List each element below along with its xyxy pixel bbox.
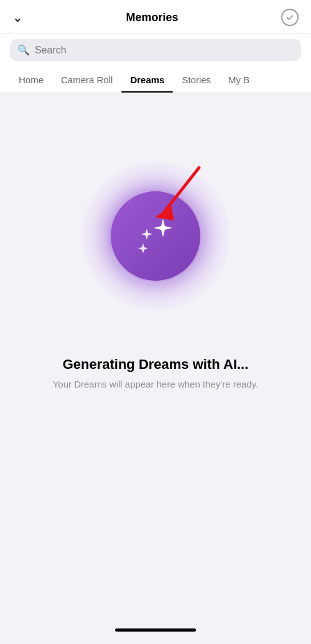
tab-home[interactable]: Home xyxy=(10,67,52,93)
generating-title: Generating Dreams with AI... xyxy=(63,356,249,373)
search-icon: 🔍 xyxy=(17,44,30,56)
main-content: Generating Dreams with AI... Your Dreams… xyxy=(0,130,311,417)
search-input[interactable] xyxy=(35,45,294,56)
search-wrapper[interactable]: 🔍 xyxy=(10,39,301,61)
tab-dreams[interactable]: Dreams xyxy=(121,67,173,93)
ai-dreams-icon-circle[interactable] xyxy=(109,189,202,283)
select-button[interactable] xyxy=(281,9,299,26)
tab-stories[interactable]: Stories xyxy=(173,67,220,93)
chevron-down-icon[interactable]: ⌄ xyxy=(12,10,23,25)
check-icon xyxy=(285,12,295,22)
home-indicator xyxy=(115,628,196,632)
tab-navigation: Home Camera Roll Dreams Stories My B xyxy=(0,67,311,93)
generating-subtitle: Your Dreams will appear here when they'r… xyxy=(53,378,259,392)
header: ⌄ Memories xyxy=(0,0,311,34)
sparkles-icon xyxy=(131,211,180,261)
tab-camera-roll[interactable]: Camera Roll xyxy=(52,67,121,93)
glow-container xyxy=(75,155,236,317)
tab-my-b[interactable]: My B xyxy=(220,67,258,93)
search-bar: 🔍 xyxy=(0,34,311,67)
page-title: Memories xyxy=(126,11,178,24)
